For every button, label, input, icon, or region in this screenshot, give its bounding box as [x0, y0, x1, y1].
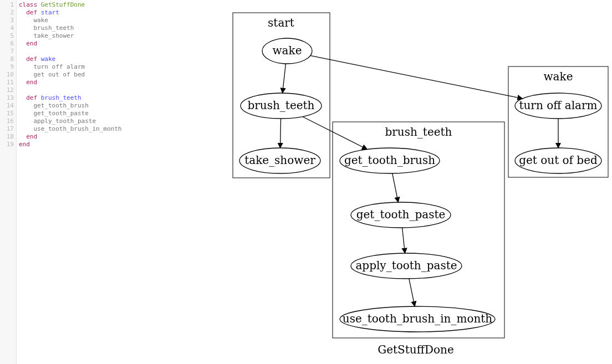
code-line: end	[19, 79, 121, 86]
code-token: wake	[19, 17, 48, 24]
edge-get_tooth_brush_n-get_tooth_paste_n	[392, 173, 399, 202]
node-label-get_out_of_bed_n: get out of bed	[519, 153, 598, 167]
cluster-label-start: start	[268, 16, 294, 29]
code-token: brush_teeth	[41, 94, 81, 101]
line-number: 13	[0, 94, 14, 102]
code-line: def start	[19, 9, 121, 17]
node-label-brush_teeth_n: brush_teeth	[247, 99, 314, 112]
code-line: turn off alarm	[19, 63, 121, 71]
line-number: 7	[0, 48, 14, 55]
line-number: 18	[0, 133, 14, 141]
line-number: 3	[0, 17, 14, 24]
node-label-get_tooth_brush_n: get_tooth_brush	[344, 153, 435, 167]
code-token: apply_tooth_paste	[19, 117, 96, 125]
node-label-turn_off_alarm_n: turn off alarm	[519, 99, 597, 112]
node-label-use_tooth_brush_in_month_n: use_tooth_brush_in_month	[343, 312, 493, 325]
code-token: take_shower	[19, 32, 74, 39]
line-number: 4	[0, 24, 14, 32]
code-line: get out of bed	[19, 71, 121, 79]
code-token: brush_teeth	[19, 24, 74, 32]
cluster-label-wake: wake	[544, 70, 573, 83]
graph-title: GetStuffDone	[378, 343, 453, 356]
code-line: get_tooth_brush	[19, 102, 121, 110]
edge-wake_n-brush_teeth_n	[283, 64, 286, 93]
code-line: class GetStuffDone	[19, 1, 121, 9]
edge-brush_teeth_n-take_shower_n	[280, 119, 280, 148]
node-label-apply_tooth_paste_n: apply_tooth_paste	[355, 259, 457, 272]
code-token	[19, 79, 26, 86]
code-token: def	[26, 55, 41, 63]
code-token: get out of bed	[19, 71, 85, 78]
code-token: class	[19, 1, 41, 8]
code-token: def	[26, 94, 41, 101]
code-token: get_tooth_brush	[19, 102, 89, 109]
code-line	[19, 48, 121, 55]
code-panel: 12345678910111213141516171819 class GetS…	[0, 0, 222, 364]
code-token: def	[26, 9, 41, 16]
line-number: 1	[0, 1, 14, 9]
code-line: get_tooth_paste	[19, 110, 121, 117]
code-line: apply_tooth_paste	[19, 117, 121, 125]
edge-wake_n-turn_off_alarm_n	[310, 55, 523, 99]
code-token: GetStuffDone	[41, 1, 85, 8]
code-token	[19, 40, 26, 47]
line-number: 17	[0, 125, 14, 133]
line-number: 15	[0, 110, 14, 117]
code-token	[19, 9, 26, 16]
node-label-get_tooth_paste_n: get_tooth_paste	[356, 208, 446, 221]
code-line	[19, 86, 121, 94]
code-token: start	[41, 9, 59, 16]
code-line: def brush_teeth	[19, 94, 121, 102]
code-line: def wake	[19, 55, 121, 63]
diagram-panel: startbrush_teethwakewakebrush_teethtake_…	[222, 0, 612, 364]
code-line: use_tooth_brush_in_month	[19, 125, 121, 133]
code-token: end	[26, 133, 37, 140]
code-line: take_shower	[19, 32, 121, 40]
graph-svg: startbrush_teethwakewakebrush_teethtake_…	[222, 0, 612, 364]
code-line: end	[19, 133, 121, 141]
code-token: turn off alarm	[19, 63, 85, 70]
line-number: 16	[0, 117, 14, 125]
code-token: get_tooth_paste	[19, 110, 89, 117]
code-listing: class GetStuffDone def start wake brush_…	[17, 0, 121, 364]
code-token: end	[19, 141, 30, 148]
node-label-wake_n: wake	[273, 44, 302, 57]
line-number: 12	[0, 86, 14, 94]
code-line: brush_teeth	[19, 24, 121, 32]
code-line: wake	[19, 17, 121, 24]
code-token: end	[26, 79, 37, 86]
line-number: 10	[0, 71, 14, 79]
line-number: 9	[0, 63, 14, 71]
line-number: 19	[0, 141, 14, 148]
line-number: 6	[0, 40, 14, 48]
line-number: 11	[0, 79, 14, 86]
line-number: 2	[0, 9, 14, 17]
line-number: 14	[0, 102, 14, 110]
code-line: end	[19, 40, 121, 48]
node-label-take_shower_n: take_shower	[244, 153, 315, 167]
code-token: use_tooth_brush_in_month	[19, 125, 121, 132]
code-token	[19, 133, 26, 140]
code-token	[19, 94, 26, 101]
code-token	[19, 55, 26, 63]
edge-get_tooth_paste_n-apply_tooth_paste_n	[402, 228, 405, 253]
edge-apply_tooth_paste_n-use_tooth_brush_in_month_n	[409, 279, 415, 306]
cluster-label-brush_teeth: brush_teeth	[385, 125, 452, 139]
line-number: 8	[0, 55, 14, 63]
code-line: end	[19, 141, 121, 148]
line-number: 5	[0, 32, 14, 40]
code-gutter: 12345678910111213141516171819	[0, 0, 17, 364]
edge-brush_teeth_n-get_tooth_brush_n	[303, 117, 368, 150]
code-token: wake	[41, 55, 56, 63]
code-token: end	[26, 40, 37, 47]
